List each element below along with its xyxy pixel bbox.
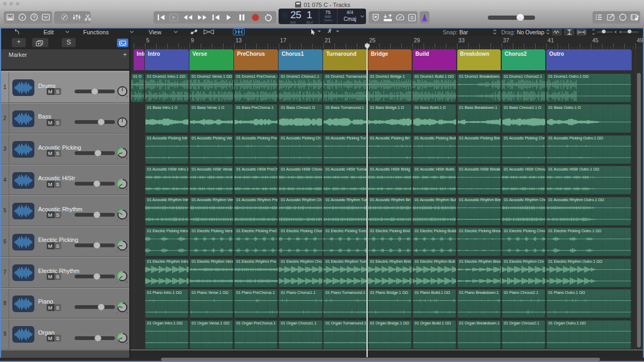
svg-text:S: S	[411, 15, 414, 20]
svg-text:L: L	[117, 250, 118, 252]
svg-text:L: L	[117, 188, 118, 190]
svg-text:R: R	[126, 343, 128, 345]
svg-text:R: R	[126, 127, 128, 129]
svg-text:L: L	[117, 312, 118, 314]
svg-text:L: L	[117, 96, 118, 98]
svg-text:R: R	[126, 219, 128, 221]
svg-text:R: R	[126, 158, 128, 160]
svg-text:R: R	[126, 96, 128, 98]
svg-text:R: R	[126, 281, 128, 283]
svg-text:L: L	[117, 343, 118, 345]
svg-text:L: L	[117, 127, 118, 129]
svg-text:L: L	[117, 281, 118, 283]
svg-text:R: R	[126, 250, 128, 252]
svg-text:?: ?	[33, 14, 35, 20]
svg-text:R: R	[126, 188, 128, 190]
svg-text:L: L	[117, 219, 118, 221]
svg-text:L: L	[117, 158, 118, 160]
svg-text:R: R	[126, 312, 128, 314]
